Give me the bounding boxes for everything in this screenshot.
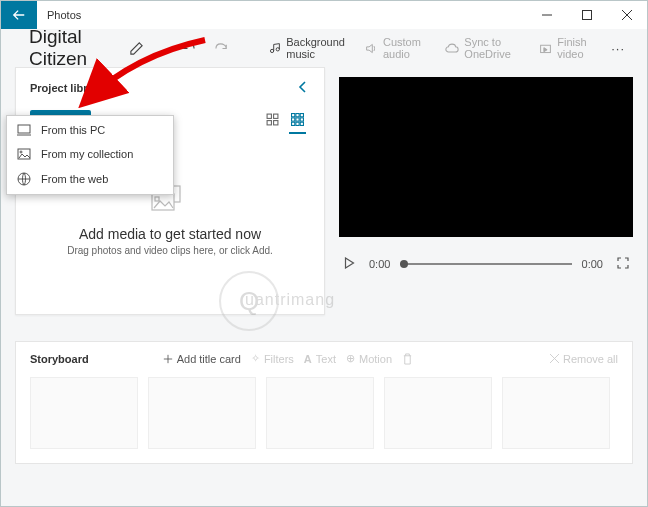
svg-rect-10 [274,121,278,125]
audio-icon [365,42,378,55]
filters-icon: ✧ [251,352,260,365]
view-small-grid[interactable] [264,110,281,134]
svg-rect-11 [292,114,295,117]
minimize-button[interactable] [527,1,567,29]
svg-rect-16 [300,118,303,121]
collapse-library-button[interactable] [296,78,310,98]
svg-rect-15 [296,118,299,121]
svg-rect-13 [300,114,303,117]
project-name[interactable]: Digital Citizen [17,26,117,70]
storyboard-slot[interactable] [502,377,610,449]
add-dropdown-menu: From this PC From my collection From the… [6,115,174,195]
web-icon [17,172,31,186]
svg-rect-7 [267,114,271,118]
time-total: 0:00 [582,258,603,270]
svg-point-27 [20,151,22,153]
storyboard-title: Storyboard [30,353,89,365]
close-button[interactable] [607,1,647,29]
storyboard-slot[interactable] [148,377,256,449]
back-button[interactable] [1,1,37,29]
plus-icon [163,354,173,364]
add-from-web[interactable]: From the web [7,166,173,192]
rename-button[interactable] [121,37,152,60]
undo-button[interactable] [172,37,203,60]
svg-rect-19 [300,122,303,125]
placeholder-subtitle: Drag photos and video clips here, or cli… [30,245,310,256]
view-large-grid[interactable] [289,110,306,134]
preview-panel: 0:00 0:00 [339,67,633,315]
add-from-pc[interactable]: From this PC [7,118,173,142]
close-icon [550,354,559,363]
filters-button[interactable]: ✧Filters [251,352,294,365]
svg-rect-12 [296,114,299,117]
custom-audio-button[interactable]: Custom audio [357,32,433,64]
remove-all-button[interactable]: Remove all [550,352,618,365]
collection-icon [17,148,31,160]
text-button[interactable]: AText [304,352,336,365]
time-current: 0:00 [369,258,390,270]
window-title: Photos [37,9,527,21]
svg-rect-14 [292,118,295,121]
export-icon [539,42,552,55]
fullscreen-button[interactable] [613,257,633,271]
seek-track[interactable] [400,263,571,265]
placeholder-title: Add media to get started now [30,226,310,242]
library-title: Project library [30,82,104,94]
music-icon [268,42,281,55]
motion-icon: ⊕ [346,352,355,365]
add-title-card-button[interactable]: Add title card [163,352,241,365]
pc-icon [17,124,31,136]
delete-button[interactable] [402,352,413,365]
svg-rect-24 [18,125,30,133]
video-preview[interactable] [339,77,633,237]
text-icon: A [304,353,312,365]
more-button[interactable]: ··· [605,37,631,60]
redo-button[interactable] [207,37,238,60]
trash-icon [402,353,413,365]
motion-button[interactable]: ⊕Motion [346,352,392,365]
finish-video-button[interactable]: Finish video [531,32,601,64]
add-from-collection[interactable]: From my collection [7,142,173,166]
svg-rect-8 [274,114,278,118]
background-music-button[interactable]: Background music [260,32,353,64]
cloud-icon [445,42,459,55]
storyboard-panel: Storyboard Add title card ✧Filters AText… [15,341,633,464]
storyboard-slot[interactable] [266,377,374,449]
svg-rect-18 [296,122,299,125]
svg-rect-9 [267,121,271,125]
svg-rect-22 [152,194,174,210]
storyboard-slot[interactable] [384,377,492,449]
maximize-button[interactable] [567,1,607,29]
svg-rect-17 [292,122,295,125]
sync-onedrive-button[interactable]: Sync to OneDrive [437,32,527,64]
storyboard-slot[interactable] [30,377,138,449]
svg-rect-1 [583,11,592,20]
play-button[interactable] [339,257,359,271]
